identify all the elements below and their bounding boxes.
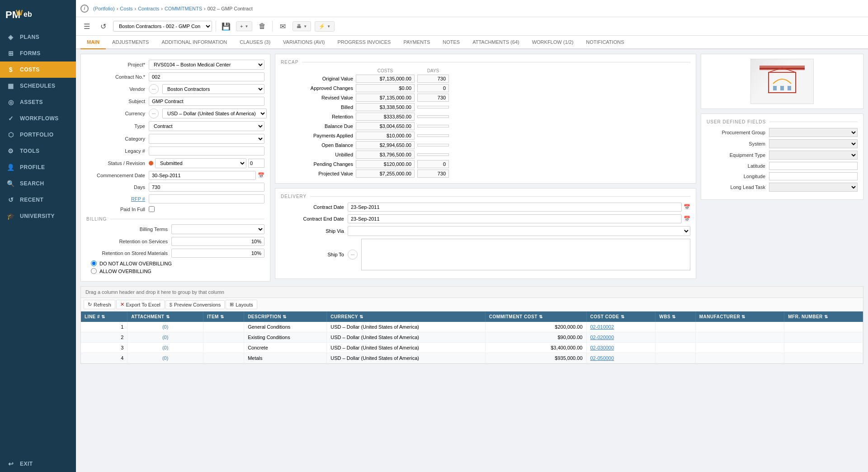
save-button[interactable]: 💾 [220,20,232,33]
layouts-icon: ⊞ [230,302,234,307]
delete-button[interactable]: 🗑 [256,20,269,33]
sidebar-item-search[interactable]: 🔍 SEARCH [0,175,76,192]
retention-services-input[interactable] [171,237,264,246]
cell-cost-code[interactable]: 02-010002 [586,322,656,332]
sidebar-item-workflows[interactable]: ✓ WORKFLOWS [0,110,76,127]
tab-adjustments[interactable]: ADJUSTMENTS [106,36,155,49]
thumbnail-panel [701,54,863,109]
equipment-type-select[interactable] [769,151,858,160]
breadcrumb-portfolio[interactable]: (Portfolio) [93,6,115,11]
cell-cost-code[interactable]: 02-020000 [586,332,656,343]
commencement-calendar-button[interactable]: 📅 [258,172,264,179]
legacy-input[interactable] [149,146,264,156]
paid-in-full-checkbox[interactable] [149,206,155,212]
currency-select[interactable]: USD – Dollar (United States of America) [162,109,267,118]
ship-to-more-button[interactable]: ··· [348,250,358,260]
cell-mfr-number [784,343,863,353]
table-row[interactable]: 3 (0) Concrete USD – Dollar (United Stat… [81,343,863,353]
recap-days-3 [417,106,449,109]
latitude-input[interactable] [769,162,858,170]
breadcrumb-commitments[interactable]: COMMITMENTS [165,6,202,11]
cell-attachments[interactable]: (0) [127,343,203,353]
sidebar-item-tools[interactable]: ⚙ TOOLS [0,143,76,159]
contract-end-calendar-button[interactable]: 📅 [684,216,690,222]
contract-no-input[interactable] [149,72,264,81]
cell-attachments[interactable]: (0) [127,332,203,343]
print-button[interactable]: 🖶 ▼ [292,21,311,31]
tab-progress[interactable]: PROGRESS INVOICES [331,36,397,49]
tab-variations[interactable]: VARIATIONS (AVI) [277,36,331,49]
long-lead-task-row: Long Lead Task [707,183,858,192]
legacy-row: Legacy # [86,146,264,156]
preview-button[interactable]: $ Preview Conversions [165,300,225,309]
breadcrumb-costs[interactable]: Costs [120,6,132,11]
contract-date-input[interactable] [348,203,682,212]
sidebar-item-plans[interactable]: ◈ PLANS [0,29,76,45]
recap-costs-2: $7,135,000.00 [356,94,415,102]
long-lead-task-select[interactable] [769,183,858,192]
tab-payments[interactable]: PAYMENTS [397,36,436,49]
breadcrumb-contracts[interactable]: Contracts [138,6,159,11]
info-icon[interactable]: i [80,5,89,13]
export-button[interactable]: ✕ Export To Excel [116,300,165,309]
tab-clauses[interactable]: CLAUSES (3) [233,36,277,49]
tab-attachments[interactable]: ATTACHMENTS (64) [466,36,526,49]
undo-button[interactable]: ↺ [97,20,109,33]
sidebar-item-assets[interactable]: ◎ ASSETS [0,94,76,110]
table-row[interactable]: 4 (0) Metals USD – Dollar (United States… [81,353,863,363]
sidebar-item-portfolio[interactable]: ⬡ PORTFOLIO [0,127,76,143]
menu-button[interactable]: ☰ [80,20,93,33]
sidebar-item-schedules[interactable]: ▦ SCHEDULES [0,78,76,94]
tab-notes[interactable]: NOTES [436,36,466,49]
status-select[interactable]: Submitted [155,158,246,168]
ship-via-select[interactable] [348,226,690,236]
procurement-group-select[interactable] [769,128,858,137]
subject-input[interactable] [149,97,264,106]
tab-workflow[interactable]: WORKFLOW (1/2) [526,36,580,49]
cell-cost-code[interactable]: 02-050000 [586,353,656,363]
contract-date-calendar-button[interactable]: 📅 [684,204,690,210]
cell-attachments[interactable]: (0) [127,322,203,332]
sidebar-item-university[interactable]: 🎓 UNIVERSITY [0,208,76,224]
vendor-select[interactable]: Boston Contractors [162,84,264,94]
contract-end-input[interactable] [348,214,682,223]
table-row[interactable]: 2 (0) Existing Conditions USD – Dollar (… [81,332,863,343]
rfp-input[interactable] [149,194,264,203]
currency-more-button[interactable]: ··· [149,109,159,118]
record-selector[interactable]: Boston Contractors - 002 - GMP Con [113,21,212,32]
billing-terms-select[interactable] [171,224,264,234]
status-revision-input[interactable] [248,159,264,168]
sidebar-item-recent[interactable]: ↺ RECENT [0,192,76,208]
email-button[interactable]: ✉ [276,20,289,33]
longitude-input[interactable] [769,172,858,180]
no-overbilling-radio[interactable] [91,260,97,266]
billing-terms-label: Billing Terms [86,227,168,232]
sidebar-item-profile[interactable]: 👤 PROFILE [0,159,76,175]
project-select[interactable]: RVS0104 – Boston Medical Center [149,60,264,70]
allow-overbilling-radio[interactable] [91,268,97,274]
lightning-button[interactable]: ⚡ ▼ [315,21,335,32]
cell-attachments[interactable]: (0) [127,353,203,363]
category-select[interactable] [149,134,264,144]
recent-icon: ↺ [6,196,15,203]
cell-mfr-number [784,332,863,343]
commencement-input[interactable] [149,171,256,180]
table-row[interactable]: 1 (0) General Conditions USD – Dollar (U… [81,322,863,332]
sidebar-item-costs[interactable]: $ COSTS [0,61,76,78]
refresh-button[interactable]: ↻ Refresh [84,300,115,309]
retention-materials-input[interactable] [171,249,264,258]
vendor-more-button[interactable]: ··· [149,84,159,94]
tab-additional[interactable]: ADDITIONAL INFORMATION [155,36,233,49]
system-select[interactable] [769,139,858,148]
cell-cost-code[interactable]: 02-030000 [586,343,656,353]
sidebar-item-exit[interactable]: ↩ EXIT [0,456,76,472]
recap-row-label-3: Billed [281,104,353,110]
type-select[interactable]: Contract [149,121,264,131]
layouts-button[interactable]: ⊞ Layouts [226,300,257,309]
add-button[interactable]: + ▼ [236,21,252,31]
tab-main[interactable]: MAIN [80,36,106,49]
sidebar-item-forms[interactable]: ⊞ FORMS [0,45,76,61]
days-input[interactable] [149,183,264,192]
tab-notifications[interactable]: NOTIFICATIONS [580,36,630,49]
ship-to-textarea[interactable] [361,239,690,270]
